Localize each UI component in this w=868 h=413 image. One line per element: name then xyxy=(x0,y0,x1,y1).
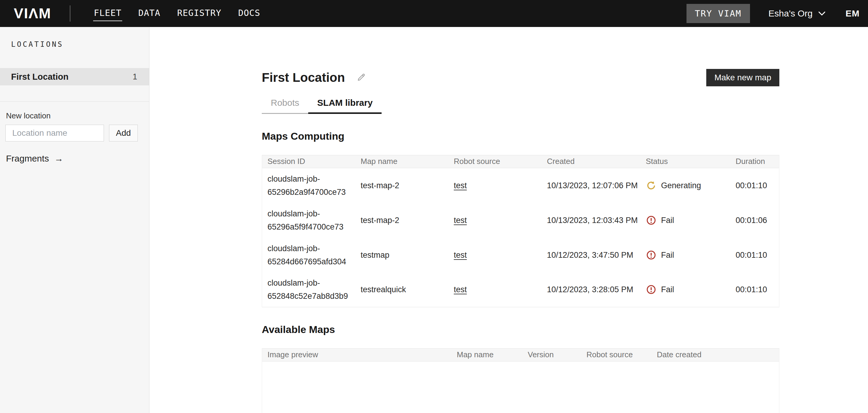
new-location-form: Add xyxy=(5,125,149,142)
nav-item-registry[interactable]: REGISTRY xyxy=(177,6,222,21)
generating-icon xyxy=(646,180,656,191)
map-name-cell: testrealquick xyxy=(355,283,448,296)
created-cell: 10/12/2023, 3:28:05 PM xyxy=(541,283,640,296)
column-created: Created xyxy=(541,157,640,166)
table-row: cloudslam-job-65284d667695afd304 testmap… xyxy=(262,238,779,272)
robot-source-link[interactable]: test xyxy=(454,181,467,190)
status-label: Generating xyxy=(661,179,701,192)
fail-icon xyxy=(646,250,656,261)
main-panel: First Location Make new map Robots SLAM … xyxy=(150,27,868,413)
duration-cell: 00:01:06 xyxy=(730,214,779,227)
maps-computing-heading: Maps Computing xyxy=(262,130,779,142)
map-name-cell: test-map-2 xyxy=(355,179,448,192)
pencil-icon xyxy=(356,72,366,83)
available-maps-heading: Available Maps xyxy=(262,323,779,336)
edit-location-name-button[interactable] xyxy=(356,72,366,83)
table-row: cloudslam-job-652848c52e7ab8d3b9 testrea… xyxy=(262,272,779,307)
table-row: cloudslam-job-65296b2a9f4700ce73 test-ma… xyxy=(262,168,779,203)
column-image-preview: Image preview xyxy=(262,350,452,359)
nav-item-data[interactable]: DATA xyxy=(138,6,161,21)
available-maps-table: Image preview Map name Version Robot sou… xyxy=(262,348,779,413)
status-cell: Generating xyxy=(640,179,730,192)
status-cell: Fail xyxy=(640,214,730,227)
session-id-cell: cloudslam-job-65296b2a9f4700ce73 xyxy=(262,172,355,199)
created-cell: 10/12/2023, 3:47:50 PM xyxy=(541,248,640,262)
tab-slam-library[interactable]: SLAM library xyxy=(308,98,381,114)
maps-computing-table-header: Session ID Map name Robot source Created… xyxy=(262,155,779,168)
column-map-name: Map name xyxy=(452,350,522,359)
sidebar-item-first-location[interactable]: First Location 1 xyxy=(0,68,149,85)
map-name-cell: test-map-2 xyxy=(355,214,448,227)
org-switcher[interactable]: Esha's Org xyxy=(769,8,826,19)
location-tabs: Robots SLAM library xyxy=(262,98,779,114)
robot-source-link[interactable]: test xyxy=(454,250,467,260)
duration-cell: 00:01:10 xyxy=(730,179,779,192)
column-status: Status xyxy=(640,157,730,166)
column-map-name: Map name xyxy=(355,157,448,166)
session-id-cell: cloudslam-job-652848c52e7ab8d3b9 xyxy=(262,276,355,303)
robot-source-link[interactable]: test xyxy=(454,285,467,294)
column-robot-source: Robot source xyxy=(581,350,651,359)
add-location-button[interactable]: Add xyxy=(109,125,138,142)
fragments-label: Fragments xyxy=(6,153,49,164)
table-row: cloudslam-job-65296a5f9f4700ce73 test-ma… xyxy=(262,203,779,238)
duration-cell: 00:01:10 xyxy=(730,248,779,262)
navbar-right: TRY VIAM Esha's Org EM xyxy=(686,4,868,23)
try-viam-button[interactable]: TRY VIAM xyxy=(686,4,750,23)
chevron-down-icon xyxy=(818,11,826,16)
location-name-input[interactable] xyxy=(5,125,104,142)
session-id-cell: cloudslam-job-65284d667695afd304 xyxy=(262,242,355,268)
available-maps-table-header: Image preview Map name Version Robot sou… xyxy=(262,348,779,361)
robot-source-link[interactable]: test xyxy=(454,216,467,225)
nav-item-fleet[interactable]: FLEET xyxy=(93,6,122,21)
navbar-divider xyxy=(70,5,70,22)
primary-nav: FLEET DATA REGISTRY DOCS xyxy=(93,6,261,21)
user-avatar-initials[interactable]: EM xyxy=(845,8,860,19)
column-session-id: Session ID xyxy=(262,157,355,166)
locations-sidebar: LOCATIONS First Location 1 New location … xyxy=(0,27,150,413)
fragments-link[interactable]: Fragments → xyxy=(6,153,149,164)
column-version: Version xyxy=(522,350,581,359)
tab-robots[interactable]: Robots xyxy=(262,98,308,114)
locations-heading: LOCATIONS xyxy=(11,40,149,49)
available-maps-empty-body xyxy=(262,361,779,413)
duration-cell: 00:01:10 xyxy=(730,283,779,296)
nav-item-docs[interactable]: DOCS xyxy=(238,6,261,21)
status-label: Fail xyxy=(661,214,674,227)
fail-icon xyxy=(646,215,656,226)
arrow-right-icon: → xyxy=(54,153,63,164)
sidebar-divider xyxy=(0,101,149,101)
status-label: Fail xyxy=(661,283,674,296)
column-duration: Duration xyxy=(730,157,779,166)
created-cell: 10/13/2023, 12:03:43 PM xyxy=(541,214,640,227)
column-robot-source: Robot source xyxy=(448,157,541,166)
fail-icon xyxy=(646,284,656,295)
location-robot-count: 1 xyxy=(133,72,137,82)
make-new-map-button[interactable]: Make new map xyxy=(706,69,779,86)
page-title-row: First Location Make new map xyxy=(262,69,779,86)
maps-computing-table: Session ID Map name Robot source Created… xyxy=(262,155,779,307)
location-name: First Location xyxy=(11,72,69,82)
status-cell: Fail xyxy=(640,248,730,262)
session-id-cell: cloudslam-job-65296a5f9f4700ce73 xyxy=(262,207,355,234)
viam-logo[interactable]: VIΛM xyxy=(14,6,51,21)
status-cell: Fail xyxy=(640,283,730,296)
map-name-cell: testmap xyxy=(355,248,448,262)
created-cell: 10/13/2023, 12:07:06 PM xyxy=(541,179,640,192)
org-name: Esha's Org xyxy=(769,8,813,19)
top-navbar: VIΛM FLEET DATA REGISTRY DOCS TRY VIAM E… xyxy=(0,0,868,27)
new-location-label: New location xyxy=(6,111,149,120)
column-date-created: Date created xyxy=(651,350,779,359)
page-title: First Location xyxy=(262,70,345,85)
status-label: Fail xyxy=(661,248,674,262)
